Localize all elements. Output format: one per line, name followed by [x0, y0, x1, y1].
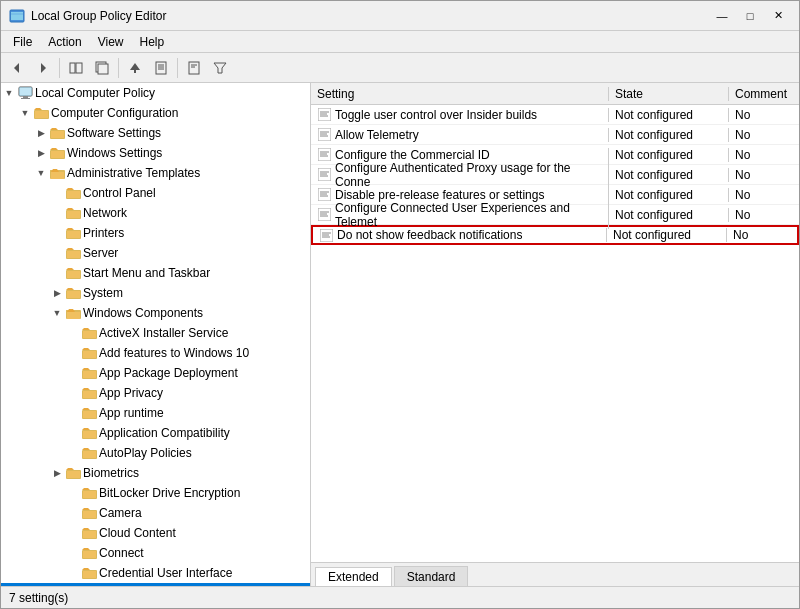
- cell-comment-row3: No: [729, 148, 799, 162]
- tree-node-data-collection[interactable]: Data Collection and Preview Builds: [1, 583, 310, 586]
- tree-label-camera: Camera: [99, 506, 142, 520]
- table-row[interactable]: Configure Connected User Experiences and…: [311, 205, 799, 225]
- filter-button[interactable]: [208, 56, 232, 80]
- policy-icon-row7: [319, 228, 333, 242]
- tree-node-credential-ui[interactable]: Credential User Interface: [1, 563, 310, 583]
- tab-standard[interactable]: Standard: [394, 566, 469, 586]
- tree-node-add-features[interactable]: Add features to Windows 10: [1, 343, 310, 363]
- svg-rect-92: [83, 551, 96, 558]
- table-body[interactable]: Toggle user control over Insider buildsN…: [311, 105, 799, 562]
- tree-node-camera[interactable]: Camera: [1, 503, 310, 523]
- svg-marker-90: [82, 528, 90, 530]
- tree-expand-local-computer-policy[interactable]: ▼: [1, 85, 17, 101]
- menu-help[interactable]: Help: [132, 33, 173, 51]
- svg-rect-80: [67, 471, 80, 478]
- svg-marker-47: [66, 248, 74, 250]
- properties-button[interactable]: [182, 56, 206, 80]
- cell-state-row6: Not configured: [609, 208, 729, 222]
- forward-button[interactable]: [31, 56, 55, 80]
- cell-state-row7: Not configured: [607, 228, 727, 242]
- tree-icon-camera: [81, 505, 97, 521]
- show-hide-button[interactable]: [64, 56, 88, 80]
- svg-marker-3: [14, 63, 19, 73]
- cell-state-row2: Not configured: [609, 128, 729, 142]
- tree-node-control-panel[interactable]: Control Panel: [1, 183, 310, 203]
- svg-marker-41: [66, 208, 74, 210]
- policy-icon-row5: [317, 188, 331, 202]
- svg-rect-95: [83, 571, 96, 578]
- cell-setting-row3: Configure the Commercial ID: [311, 148, 609, 162]
- tree-node-biometrics[interactable]: ▶ Biometrics: [1, 463, 310, 483]
- back-button[interactable]: [5, 56, 29, 80]
- tree-expand-windows-settings[interactable]: ▶: [33, 145, 49, 161]
- tree-expand-camera: [65, 505, 81, 521]
- menu-view[interactable]: View: [90, 33, 132, 51]
- cell-setting-row6: Configure Connected User Experiences and…: [311, 201, 609, 229]
- table-row[interactable]: Do not show feedback notificationsNot co…: [311, 225, 799, 245]
- new-window-button[interactable]: [90, 56, 114, 80]
- tree-node-network[interactable]: Network: [1, 203, 310, 223]
- tree-label-control-panel: Control Panel: [83, 186, 156, 200]
- tree-node-admin-templates[interactable]: ▼ Administrative Templates: [1, 163, 310, 183]
- cell-state-row1: Not configured: [609, 108, 729, 122]
- tree-label-app-compat: Application Compatibility: [99, 426, 230, 440]
- tree-panel[interactable]: ▼ Local Computer Policy▼ Computer Config…: [1, 83, 311, 586]
- tree-node-autoplay[interactable]: AutoPlay Policies: [1, 443, 310, 463]
- menu-file[interactable]: File: [5, 33, 40, 51]
- tree-expand-biometrics[interactable]: ▶: [49, 465, 65, 481]
- minimize-button[interactable]: —: [709, 6, 735, 26]
- tree-icon-autoplay: [81, 445, 97, 461]
- tree-icon-computer-configuration: [33, 105, 49, 121]
- tree-node-computer-configuration[interactable]: ▼ Computer Configuration: [1, 103, 310, 123]
- tree-node-activex[interactable]: ActiveX Installer Service: [1, 323, 310, 343]
- table-row[interactable]: Toggle user control over Insider buildsN…: [311, 105, 799, 125]
- tab-extended[interactable]: Extended: [315, 567, 392, 586]
- table-row[interactable]: Configure Authenticated Proxy usage for …: [311, 165, 799, 185]
- tree-expand-computer-configuration[interactable]: ▼: [17, 105, 33, 121]
- tree-node-printers[interactable]: Printers: [1, 223, 310, 243]
- tree-icon-app-privacy: [81, 385, 97, 401]
- svg-marker-4: [41, 63, 46, 73]
- tree-node-app-compat[interactable]: Application Compatibility: [1, 423, 310, 443]
- svg-rect-77: [83, 451, 96, 458]
- tree-expand-admin-templates[interactable]: ▼: [33, 165, 49, 181]
- tree-node-app-privacy[interactable]: App Privacy: [1, 383, 310, 403]
- tree-expand-windows-components[interactable]: ▼: [49, 305, 65, 321]
- tree-expand-cloud-content: [65, 525, 81, 541]
- tree-label-printers: Printers: [83, 226, 124, 240]
- up-button[interactable]: [123, 56, 147, 80]
- new-taskpad-button[interactable]: [149, 56, 173, 80]
- svg-marker-87: [82, 508, 90, 510]
- svg-marker-28: [50, 128, 58, 130]
- svg-rect-56: [67, 312, 80, 319]
- tree-icon-start-menu: [65, 265, 81, 281]
- tree-node-connect[interactable]: Connect: [1, 543, 310, 563]
- tree-node-windows-settings[interactable]: ▶ Windows Settings: [1, 143, 310, 163]
- column-comment-header: Comment: [729, 87, 799, 101]
- tree-node-windows-components[interactable]: ▼ Windows Components: [1, 303, 310, 323]
- tree-expand-software-settings[interactable]: ▶: [33, 125, 49, 141]
- tree-node-server[interactable]: Server: [1, 243, 310, 263]
- close-button[interactable]: ✕: [765, 6, 791, 26]
- table-row[interactable]: Allow TelemetryNot configuredNo: [311, 125, 799, 145]
- tree-icon-windows-settings: [49, 145, 65, 161]
- svg-rect-1: [11, 12, 23, 20]
- tree-node-software-settings[interactable]: ▶ Software Settings: [1, 123, 310, 143]
- tree-expand-system[interactable]: ▶: [49, 285, 65, 301]
- svg-rect-71: [83, 411, 96, 418]
- tree-node-app-package[interactable]: App Package Deployment: [1, 363, 310, 383]
- tree-node-local-computer-policy[interactable]: ▼ Local Computer Policy: [1, 83, 310, 103]
- tree-node-start-menu[interactable]: Start Menu and Taskbar: [1, 263, 310, 283]
- tree-node-cloud-content[interactable]: Cloud Content: [1, 523, 310, 543]
- tree-node-app-runtime[interactable]: App runtime: [1, 403, 310, 423]
- svg-marker-60: [82, 328, 90, 330]
- maximize-button[interactable]: □: [737, 6, 763, 26]
- tree-expand-app-package: [65, 365, 81, 381]
- tree-label-credential-ui: Credential User Interface: [99, 566, 232, 580]
- tree-node-bitlocker[interactable]: BitLocker Drive Encryption: [1, 483, 310, 503]
- svg-marker-53: [66, 288, 74, 290]
- cell-comment-row1: No: [729, 108, 799, 122]
- tree-label-windows-settings: Windows Settings: [67, 146, 162, 160]
- menu-action[interactable]: Action: [40, 33, 89, 51]
- tree-node-system[interactable]: ▶ System: [1, 283, 310, 303]
